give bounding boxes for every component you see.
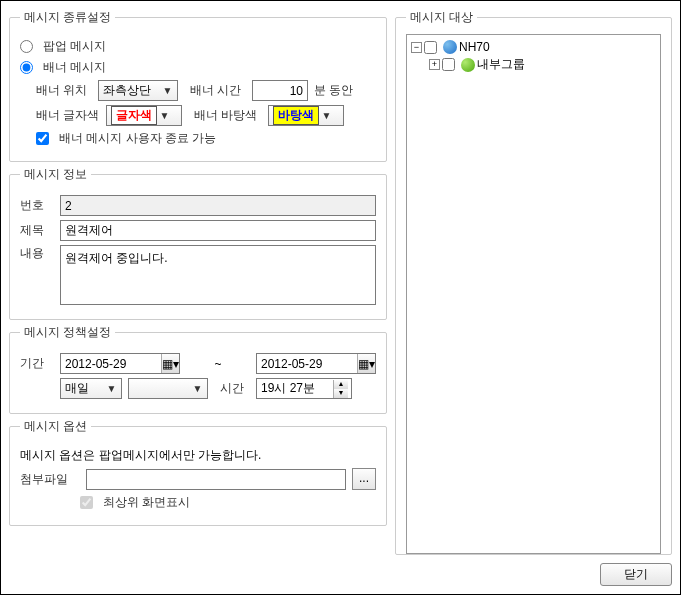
number-label: 번호 bbox=[20, 197, 54, 214]
frequency-opt-select[interactable]: ▼ bbox=[128, 378, 208, 399]
message-target-fieldset: 메시지 대상 − NH70 + 내부그룹 bbox=[395, 9, 672, 555]
end-date-value: 2012-05-29 bbox=[261, 357, 357, 371]
content-textarea[interactable]: 원격제어 중입니다. bbox=[60, 245, 376, 305]
time-spinner[interactable]: ▲ ▼ bbox=[256, 378, 352, 399]
tree-node-root[interactable]: − NH70 bbox=[411, 39, 656, 55]
message-policy-legend: 메시지 정책설정 bbox=[20, 324, 115, 341]
popup-radio-label: 팝업 메시지 bbox=[43, 38, 106, 55]
popup-radio[interactable] bbox=[20, 40, 33, 53]
message-info-fieldset: 메시지 정보 번호 제목 내용 원격제어 중입니다. bbox=[9, 166, 387, 320]
close-button[interactable]: 닫기 bbox=[600, 563, 672, 586]
tree-node-child[interactable]: + 내부그룹 bbox=[429, 55, 656, 74]
tree-node-checkbox[interactable] bbox=[442, 58, 455, 71]
calendar-icon: ▦▾ bbox=[357, 354, 375, 373]
message-options-legend: 메시지 옵션 bbox=[20, 418, 91, 435]
banner-user-close-label: 배너 메시지 사용자 종료 가능 bbox=[59, 130, 216, 147]
frequency-value: 매일 bbox=[65, 380, 104, 397]
tree-expand-icon[interactable]: + bbox=[429, 59, 440, 70]
start-date-value: 2012-05-29 bbox=[65, 357, 161, 371]
chevron-down-icon: ▼ bbox=[319, 110, 334, 121]
chevron-down-icon: ▼ bbox=[157, 110, 172, 121]
banner-time-suffix: 분 동안 bbox=[314, 82, 353, 99]
banner-time-label: 배너 시간 bbox=[190, 82, 246, 99]
tree-node-label: 내부그룹 bbox=[477, 56, 525, 73]
spin-up-icon[interactable]: ▲ bbox=[333, 380, 348, 389]
target-tree[interactable]: − NH70 + 내부그룹 bbox=[406, 34, 661, 554]
time-value[interactable] bbox=[257, 379, 333, 398]
title-field[interactable] bbox=[60, 220, 376, 241]
frequency-select[interactable]: 매일 ▼ bbox=[60, 378, 122, 399]
message-policy-fieldset: 메시지 정책설정 기간 2012-05-29 ▦▾ ~ 2012-05-29 ▦… bbox=[9, 324, 387, 414]
banner-position-select[interactable]: 좌측상단 ▼ bbox=[98, 80, 178, 101]
banner-bgcolor-select[interactable]: 바탕색 ▼ bbox=[268, 105, 344, 126]
banner-textcolor-label: 배너 글자색 bbox=[36, 107, 100, 124]
message-target-legend: 메시지 대상 bbox=[406, 9, 477, 26]
banner-time-input[interactable] bbox=[252, 80, 308, 101]
end-date-picker[interactable]: 2012-05-29 ▦▾ bbox=[256, 353, 376, 374]
tilde-label: ~ bbox=[186, 357, 250, 371]
calendar-icon: ▦▾ bbox=[161, 354, 179, 373]
banner-user-close-checkbox[interactable] bbox=[36, 132, 49, 145]
topmost-checkbox bbox=[80, 496, 93, 509]
number-field bbox=[60, 195, 376, 216]
attach-field[interactable] bbox=[86, 469, 346, 490]
banner-textcolor-select[interactable]: 글자색 ▼ bbox=[106, 105, 182, 126]
tree-collapse-icon[interactable]: − bbox=[411, 42, 422, 53]
chevron-down-icon: ▼ bbox=[160, 85, 175, 96]
group-icon bbox=[461, 58, 475, 72]
message-info-legend: 메시지 정보 bbox=[20, 166, 91, 183]
browse-button[interactable]: ... bbox=[352, 468, 376, 490]
tree-node-label: NH70 bbox=[459, 40, 490, 54]
left-column: 메시지 종류설정 팝업 메시지 배너 메시지 배너 위치 좌측상단 ▼ 배너 시… bbox=[9, 9, 387, 555]
content-label: 내용 bbox=[20, 245, 54, 262]
banner-position-value: 좌측상단 bbox=[103, 82, 160, 99]
footer: 닫기 bbox=[600, 563, 672, 586]
time-label: 시간 bbox=[220, 380, 250, 397]
spin-down-icon[interactable]: ▼ bbox=[333, 389, 348, 398]
title-label: 제목 bbox=[20, 222, 54, 239]
banner-bgcolor-label: 배너 바탕색 bbox=[194, 107, 262, 124]
tree-node-checkbox[interactable] bbox=[424, 41, 437, 54]
bgcolor-swatch: 바탕색 bbox=[273, 106, 319, 125]
message-type-legend: 메시지 종류설정 bbox=[20, 9, 115, 26]
dialog-window: 메시지 종류설정 팝업 메시지 배너 메시지 배너 위치 좌측상단 ▼ 배너 시… bbox=[0, 0, 681, 595]
start-date-picker[interactable]: 2012-05-29 ▦▾ bbox=[60, 353, 180, 374]
banner-position-label: 배너 위치 bbox=[36, 82, 92, 99]
message-options-fieldset: 메시지 옵션 메시지 옵션은 팝업메시지에서만 가능합니다. 첨부파일 ... … bbox=[9, 418, 387, 526]
banner-radio-label: 배너 메시지 bbox=[43, 59, 106, 76]
globe-icon bbox=[443, 40, 457, 54]
chevron-down-icon: ▼ bbox=[104, 383, 119, 394]
attach-label: 첨부파일 bbox=[20, 471, 80, 488]
message-type-fieldset: 메시지 종류설정 팝업 메시지 배너 메시지 배너 위치 좌측상단 ▼ 배너 시… bbox=[9, 9, 387, 162]
banner-radio[interactable] bbox=[20, 61, 33, 74]
right-column: 메시지 대상 − NH70 + 내부그룹 bbox=[395, 9, 672, 555]
main-area: 메시지 종류설정 팝업 메시지 배너 메시지 배너 위치 좌측상단 ▼ 배너 시… bbox=[9, 9, 672, 555]
chevron-down-icon: ▼ bbox=[190, 383, 205, 394]
textcolor-swatch: 글자색 bbox=[111, 106, 157, 125]
options-note: 메시지 옵션은 팝업메시지에서만 가능합니다. bbox=[20, 447, 261, 464]
period-label: 기간 bbox=[20, 355, 54, 372]
topmost-label: 최상위 화면표시 bbox=[103, 494, 190, 511]
